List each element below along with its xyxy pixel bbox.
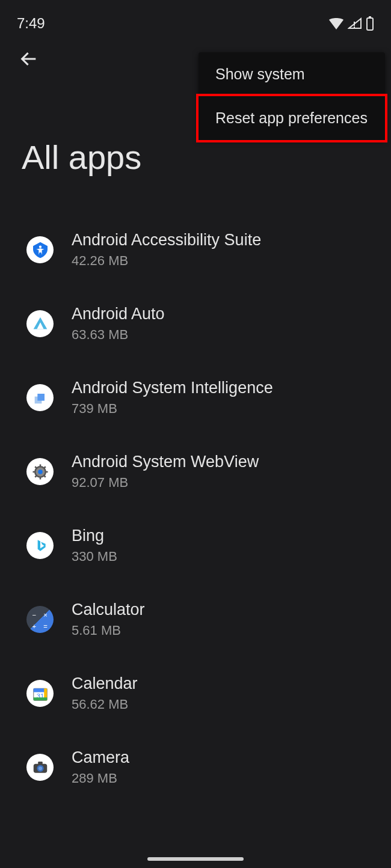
wifi-icon	[328, 17, 344, 29]
svg-point-4	[38, 245, 41, 248]
app-size: 330 MB	[72, 549, 117, 564]
app-name: Android System Intelligence	[72, 379, 273, 397]
status-bar: 7:49	[0, 0, 391, 36]
svg-rect-2	[367, 18, 373, 30]
app-name: Android System WebView	[72, 453, 259, 471]
app-size: 5.61 MB	[72, 623, 145, 638]
list-item[interactable]: Android System Intelligence 739 MB	[0, 361, 391, 435]
app-icon-calendar: 31	[26, 680, 54, 707]
app-icon-system-intelligence	[26, 384, 54, 411]
app-size: 56.62 MB	[72, 697, 138, 712]
battery-icon	[366, 16, 374, 31]
list-item[interactable]: Android System WebView 92.07 MB	[0, 435, 391, 509]
list-item[interactable]: 31 Calendar 56.62 MB	[0, 656, 391, 730]
app-list: Android Accessibility Suite 42.26 MB And…	[0, 177, 391, 804]
nav-handle[interactable]	[147, 857, 244, 861]
app-icon-android-auto	[26, 310, 54, 337]
arrow-left-icon	[19, 49, 39, 69]
overflow-menu: Show system Reset app preferences	[199, 52, 385, 140]
svg-rect-1	[354, 26, 355, 28]
app-icon-calculator: − × + =	[26, 606, 54, 633]
app-size: 42.26 MB	[72, 253, 261, 269]
svg-rect-3	[369, 16, 371, 18]
svg-point-9	[38, 469, 43, 474]
list-item[interactable]: − × + = Calculator 5.61 MB	[0, 582, 391, 656]
app-name: Bing	[72, 527, 117, 545]
signal-icon	[348, 17, 362, 29]
app-size: 92.07 MB	[72, 475, 259, 491]
list-item[interactable]: Bing 330 MB	[0, 509, 391, 582]
status-time: 7:49	[17, 15, 45, 32]
svg-rect-0	[354, 22, 355, 26]
app-name: Android Accessibility Suite	[72, 231, 261, 249]
list-item[interactable]: Android Accessibility Suite 42.26 MB	[0, 213, 391, 287]
svg-text:−: −	[32, 611, 36, 619]
list-item[interactable]: Camera 289 MB	[0, 730, 391, 804]
app-size: 63.63 MB	[72, 327, 165, 343]
status-icons	[328, 16, 374, 31]
app-name: Calendar	[72, 674, 138, 693]
app-name: Camera	[72, 748, 129, 767]
app-name: Calculator	[72, 601, 145, 619]
list-item[interactable]: Android Auto 63.63 MB	[0, 287, 391, 361]
app-name: Android Auto	[72, 305, 165, 323]
svg-rect-6	[37, 394, 45, 401]
back-button[interactable]	[17, 47, 41, 71]
app-size: 289 MB	[72, 771, 129, 786]
svg-text:=: =	[43, 623, 48, 630]
svg-rect-22	[38, 762, 43, 765]
app-icon-bing	[26, 532, 54, 559]
app-size: 739 MB	[72, 401, 273, 417]
svg-text:+: +	[32, 623, 36, 630]
app-icon-accessibility	[26, 236, 54, 263]
menu-show-system[interactable]: Show system	[199, 52, 385, 96]
app-icon-camera	[26, 754, 54, 781]
menu-reset-app-preferences[interactable]: Reset app preferences	[196, 94, 387, 142]
svg-point-21	[38, 766, 42, 770]
svg-text:×: ×	[43, 611, 48, 619]
app-icon-webview	[26, 458, 54, 485]
svg-rect-18	[33, 697, 47, 700]
